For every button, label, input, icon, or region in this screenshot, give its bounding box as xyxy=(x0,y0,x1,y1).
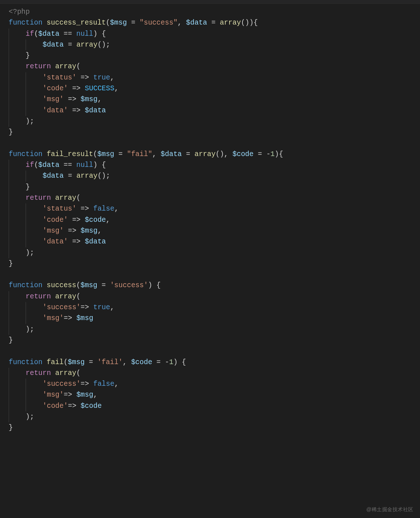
code-line[interactable]: $data = array(); xyxy=(9,39,420,50)
indent-guide xyxy=(9,368,26,379)
code-line[interactable]: 'data' => $data xyxy=(9,236,420,247)
indent-guide xyxy=(9,170,26,181)
code-token xyxy=(43,19,47,27)
code-token xyxy=(76,227,81,235)
code-token: } xyxy=(9,128,13,136)
code-token: function xyxy=(9,358,43,366)
code-line[interactable]: return array( xyxy=(9,193,420,203)
code-token: => xyxy=(80,380,89,388)
code-line[interactable]: 'code'=> $code xyxy=(9,401,420,411)
code-token: $data xyxy=(38,30,60,38)
code-line[interactable]: } xyxy=(9,422,420,433)
code-token xyxy=(76,95,81,103)
code-token xyxy=(93,358,97,366)
code-line[interactable]: ); xyxy=(9,247,420,258)
code-line[interactable]: ); xyxy=(9,411,420,422)
code-line[interactable]: return array( xyxy=(9,368,420,379)
code-token: null xyxy=(76,161,93,169)
code-token: array xyxy=(76,41,98,49)
code-line[interactable]: } xyxy=(9,50,420,61)
code-token: ) { xyxy=(148,281,161,289)
code-token: 'code' xyxy=(43,85,68,92)
code-line[interactable]: 'code' => SUCCESS, xyxy=(9,83,420,94)
code-token xyxy=(72,314,76,322)
indent-guide xyxy=(9,83,26,94)
code-token: return xyxy=(26,293,51,301)
code-line[interactable]: } xyxy=(9,127,420,138)
code-line[interactable]: 'msg' => $msg, xyxy=(9,94,420,105)
code-token: => xyxy=(80,303,89,311)
code-line[interactable]: return array( xyxy=(9,291,420,302)
code-line[interactable]: } xyxy=(9,335,420,346)
indent-guide xyxy=(26,105,43,116)
code-token: , xyxy=(114,205,119,213)
code-token xyxy=(182,150,186,158)
code-line[interactable]: } xyxy=(9,258,420,269)
code-token: = xyxy=(68,41,72,49)
code-token: return xyxy=(26,194,51,202)
code-token: if xyxy=(26,161,34,169)
code-token: ) { xyxy=(93,30,106,38)
code-line[interactable]: 'msg'=> $msg, xyxy=(9,389,420,400)
indent-guide xyxy=(26,302,43,313)
code-line[interactable]: 'status' => false, xyxy=(9,203,420,214)
code-line[interactable]: ); xyxy=(9,324,420,335)
code-token: $data xyxy=(85,107,106,115)
indent-guide xyxy=(9,215,26,225)
code-line[interactable]: 'code' => $code, xyxy=(9,215,420,225)
code-token: SUCCESS xyxy=(85,85,114,92)
code-token: <?php xyxy=(9,8,30,16)
code-line[interactable] xyxy=(9,138,420,149)
code-token xyxy=(68,107,72,115)
code-token: "fail" xyxy=(127,150,152,158)
code-token: array xyxy=(76,172,98,180)
code-line[interactable]: 'data' => $data xyxy=(9,105,420,116)
code-line[interactable]: return array( xyxy=(9,61,420,72)
code-token: , xyxy=(110,74,114,82)
code-line[interactable]: } xyxy=(9,182,420,193)
code-token: $data xyxy=(38,161,60,169)
code-line[interactable]: 'msg' => $msg, xyxy=(9,225,420,236)
code-line[interactable]: function fail($msg = 'fail', $code = -1)… xyxy=(9,357,420,368)
code-token: $data xyxy=(43,41,64,49)
code-token: $data xyxy=(186,19,207,27)
code-token: => xyxy=(72,107,80,115)
code-token: = xyxy=(118,150,123,158)
code-line[interactable]: function success_result($msg = "success"… xyxy=(9,17,420,28)
code-editor[interactable]: <?phpfunction success_result($msg = "suc… xyxy=(0,0,420,518)
code-token xyxy=(161,358,165,366)
code-line[interactable]: function success($msg = 'success') { xyxy=(9,280,420,291)
code-token: == xyxy=(64,30,72,38)
code-line[interactable]: <?php xyxy=(9,7,420,17)
code-token xyxy=(72,41,76,49)
code-area[interactable]: <?phpfunction success_result($msg = "suc… xyxy=(0,4,420,433)
code-token: 1 xyxy=(169,358,174,366)
code-line[interactable]: 'success'=> true, xyxy=(9,302,420,313)
code-token: ){ xyxy=(275,150,283,158)
code-line[interactable]: 'status' => true, xyxy=(9,72,420,83)
code-line[interactable]: 'msg'=> $msg xyxy=(9,313,420,324)
code-token xyxy=(60,161,64,169)
indent-guide xyxy=(9,50,26,61)
code-token: 'success' xyxy=(110,281,148,289)
code-token: = xyxy=(89,358,93,366)
code-line[interactable] xyxy=(9,346,420,357)
code-token: => xyxy=(72,238,80,246)
code-token: ( xyxy=(76,369,80,377)
code-line[interactable] xyxy=(9,269,420,280)
code-token: function xyxy=(9,281,43,289)
code-line[interactable]: if($data == null) { xyxy=(9,160,420,170)
code-line[interactable]: ); xyxy=(9,116,420,127)
code-line[interactable]: function fail_result($msg = "fail", $dat… xyxy=(9,149,420,160)
code-token xyxy=(85,358,89,366)
code-token: => xyxy=(68,402,76,410)
code-token xyxy=(51,293,55,301)
indent-guide xyxy=(26,389,43,400)
code-line[interactable]: $data = array(); xyxy=(9,170,420,181)
code-token xyxy=(64,41,68,49)
code-line[interactable]: if($data == null) { xyxy=(9,29,420,39)
code-token: false xyxy=(93,205,114,213)
code-line[interactable]: 'success'=> false, xyxy=(9,379,420,389)
code-token: array xyxy=(55,293,76,301)
code-token: true xyxy=(93,74,110,82)
